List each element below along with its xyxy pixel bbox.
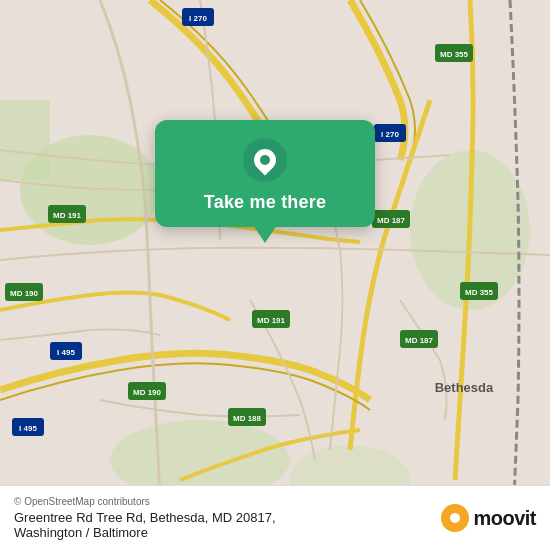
svg-text:MD 355: MD 355 [440,50,469,59]
svg-text:MD 355: MD 355 [465,288,494,297]
svg-text:MD 191: MD 191 [257,316,286,325]
svg-text:MD 187: MD 187 [405,336,434,345]
svg-text:Bethesda: Bethesda [435,380,494,395]
address-text: Greentree Rd Tree Rd, Bethesda, MD 20817… [14,510,276,525]
location-icon-wrapper [243,138,287,182]
moovit-dot-inner [450,513,460,523]
popup-card: Take me there [155,120,375,227]
svg-text:MD 188: MD 188 [233,414,262,423]
svg-text:I 495: I 495 [19,424,37,433]
address-line2: Washington / Baltimore [14,525,276,540]
moovit-logo: moovit [441,504,536,532]
svg-text:MD 191: MD 191 [53,211,82,220]
bottom-bar: © OpenStreetMap contributors Greentree R… [0,485,550,550]
map-roads-svg: I 270 I 270 MD 355 MD 355 MD 187 MD 187 … [0,0,550,550]
location-pin-icon [249,144,280,175]
svg-text:MD 190: MD 190 [133,388,162,397]
moovit-dot-icon [441,504,469,532]
osm-credit: © OpenStreetMap contributors [14,496,276,507]
svg-text:I 495: I 495 [57,348,75,357]
svg-text:MD 187: MD 187 [377,216,406,225]
map-container: I 270 I 270 MD 355 MD 355 MD 187 MD 187 … [0,0,550,550]
svg-rect-1 [0,100,50,180]
bottom-left-info: © OpenStreetMap contributors Greentree R… [14,496,276,540]
svg-text:MD 190: MD 190 [10,289,39,298]
svg-text:I 270: I 270 [189,14,207,23]
svg-text:I 270: I 270 [381,130,399,139]
moovit-brand-text: moovit [473,507,536,530]
take-me-there-button[interactable]: Take me there [204,192,326,213]
